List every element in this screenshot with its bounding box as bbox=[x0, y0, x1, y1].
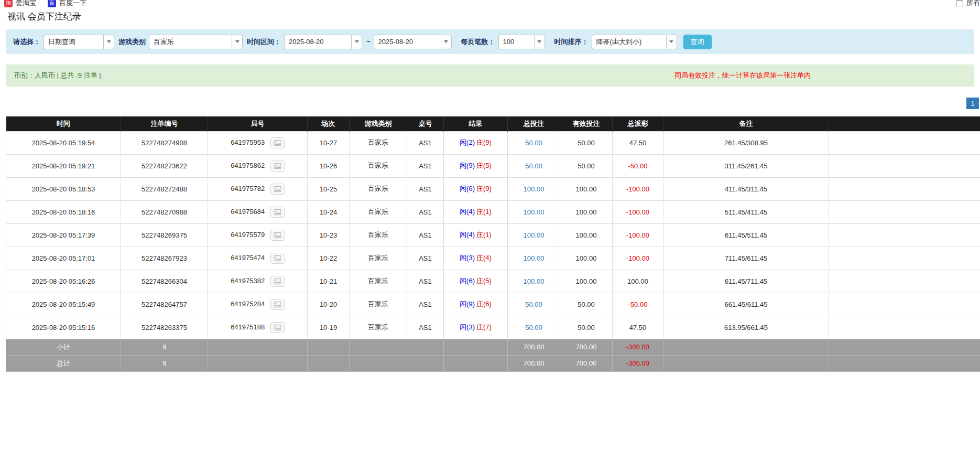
table-row: 2025-08-20 05:15:16 522748263375 6419751… bbox=[6, 316, 980, 339]
card-preview-icon[interactable] bbox=[270, 322, 285, 333]
bookmark-taobao[interactable]: 淘 爱淘宝 bbox=[4, 0, 36, 8]
result-player: 闲(4) bbox=[460, 208, 475, 216]
cell-round-number: 641975474 bbox=[208, 247, 308, 270]
cell-table-number: AS1 bbox=[407, 223, 444, 247]
cell-valid-bet: 100.00 bbox=[560, 223, 613, 247]
col-header-bet-number: 注单编号 bbox=[121, 116, 208, 131]
cell-round-number: 641975782 bbox=[208, 177, 308, 200]
cell-bet-number: 522748266304 bbox=[121, 270, 208, 293]
query-type-dropdown-button[interactable] bbox=[103, 35, 114, 49]
date-to-dropdown-button[interactable] bbox=[441, 35, 452, 49]
cell-total-bet: 50.00 bbox=[508, 154, 560, 177]
grand-total-empty bbox=[444, 355, 508, 371]
round-number-text: 641975474 bbox=[231, 253, 265, 261]
cell-result: 闲(3)庄(4) bbox=[444, 247, 508, 270]
sort-order-dropdown-button[interactable] bbox=[666, 35, 677, 49]
cell-valid-bet: 50.00 bbox=[560, 316, 613, 339]
cell-total-bet: 100.00 bbox=[508, 247, 560, 270]
cell-bet-number: 522748267923 bbox=[121, 247, 208, 270]
cell-valid-bet: 50.00 bbox=[560, 154, 613, 177]
subtotal-payout: -305.00 bbox=[613, 339, 663, 355]
result-banker: 庄(7) bbox=[476, 323, 492, 331]
result-player: 闲(3) bbox=[460, 323, 475, 331]
table-header-row: 时间 注单编号 局号 场次 游戏类别 桌号 结果 总投注 有效投注 总派彩 备注 bbox=[6, 116, 980, 131]
date-to-input[interactable] bbox=[374, 35, 441, 49]
sort-order-input[interactable] bbox=[592, 35, 666, 49]
total-bet-link[interactable]: 50.00 bbox=[525, 301, 542, 308]
cell-valid-bet: 100.00 bbox=[560, 270, 613, 293]
cell-total-bet: 50.00 bbox=[508, 293, 560, 316]
subtotal-valid-bet: 700.00 bbox=[560, 339, 613, 355]
cell-filler bbox=[829, 247, 980, 270]
cell-filler bbox=[829, 223, 980, 247]
subtotal-empty bbox=[444, 339, 508, 355]
table-row: 2025-08-20 05:18:16 522748270988 6419756… bbox=[6, 200, 980, 223]
baidu-icon: 百 bbox=[48, 0, 56, 7]
col-header-game-type: 游戏类别 bbox=[350, 116, 407, 131]
date-from-dropdown-button[interactable] bbox=[351, 35, 362, 49]
taobao-icon: 淘 bbox=[4, 0, 13, 7]
game-type-dropdown-button[interactable] bbox=[232, 35, 243, 49]
grand-total-row: 总计 9 700.00 700.00 -305.00 bbox=[6, 355, 980, 371]
cell-session: 10-19 bbox=[308, 316, 350, 339]
result-banker: 庄(9) bbox=[476, 138, 492, 146]
total-bet-link[interactable]: 100.00 bbox=[524, 231, 545, 239]
image-icon bbox=[274, 301, 281, 308]
total-bet-link[interactable]: 50.00 bbox=[525, 324, 542, 331]
bookmark-baidu[interactable]: 百 百度一下 bbox=[48, 0, 86, 8]
round-number-text: 641975382 bbox=[231, 276, 265, 284]
card-preview-icon[interactable] bbox=[270, 160, 285, 172]
page-size-input[interactable] bbox=[498, 35, 534, 49]
cell-game-type: 百家乐 bbox=[350, 200, 407, 223]
result-player: 闲(6) bbox=[460, 185, 475, 192]
result-banker: 庄(4) bbox=[476, 254, 492, 262]
card-preview-icon[interactable] bbox=[270, 230, 285, 241]
total-bet-link[interactable]: 100.00 bbox=[524, 185, 545, 193]
image-icon bbox=[274, 232, 281, 239]
cell-note: 311.45/261.45 bbox=[663, 154, 829, 177]
card-preview-icon[interactable] bbox=[270, 207, 285, 218]
query-type-input[interactable] bbox=[43, 35, 103, 49]
sort-order-label: 时间排序： bbox=[554, 37, 589, 47]
result-player: 闲(3) bbox=[460, 254, 475, 262]
card-preview-icon[interactable] bbox=[270, 276, 285, 287]
total-bet-link[interactable]: 100.00 bbox=[524, 277, 545, 285]
cell-table-number: AS1 bbox=[407, 131, 444, 154]
cell-total-bet: 50.00 bbox=[508, 131, 560, 154]
total-bet-link[interactable]: 50.00 bbox=[525, 162, 542, 170]
search-button[interactable]: 查询 bbox=[683, 35, 712, 49]
date-from-input[interactable] bbox=[284, 35, 351, 49]
page-1-button[interactable]: 1 bbox=[966, 98, 979, 109]
chevron-down-icon bbox=[444, 40, 448, 43]
cell-note: 613.95/661.45 bbox=[663, 316, 829, 339]
cell-result: 闲(9)庄(6) bbox=[444, 293, 508, 316]
cell-total-bet: 100.00 bbox=[508, 223, 560, 247]
cell-time: 2025-08-20 05:19:54 bbox=[6, 131, 121, 154]
cell-game-type: 百家乐 bbox=[350, 177, 407, 200]
card-preview-icon[interactable] bbox=[270, 299, 285, 310]
col-header-note: 备注 bbox=[663, 116, 829, 131]
total-bet-link[interactable]: 100.00 bbox=[524, 254, 545, 262]
date-to-combo bbox=[374, 35, 452, 49]
game-type-input[interactable] bbox=[149, 35, 232, 49]
cell-table-number: AS1 bbox=[407, 177, 444, 200]
total-bet-link[interactable]: 50.00 bbox=[525, 139, 542, 147]
page-size-dropdown-button[interactable] bbox=[534, 35, 545, 49]
grand-total-empty bbox=[350, 355, 407, 371]
card-preview-icon[interactable] bbox=[270, 184, 285, 195]
cell-game-type: 百家乐 bbox=[350, 270, 407, 293]
cell-round-number: 641975862 bbox=[208, 154, 308, 177]
subtotal-empty bbox=[350, 339, 407, 355]
bookmarks-folder-button[interactable]: 所有 bbox=[956, 0, 980, 8]
col-header-table-number: 桌号 bbox=[407, 116, 444, 131]
total-bet-link[interactable]: 100.00 bbox=[524, 208, 545, 216]
card-preview-icon[interactable] bbox=[270, 253, 285, 264]
page-size-combo bbox=[498, 35, 545, 49]
cell-session: 10-23 bbox=[308, 223, 350, 247]
round-number-text: 641975953 bbox=[231, 138, 265, 146]
card-preview-icon[interactable] bbox=[270, 137, 285, 148]
chevron-down-icon bbox=[355, 40, 359, 43]
result-player: 闲(4) bbox=[460, 231, 475, 239]
cell-time: 2025-08-20 05:19:21 bbox=[6, 154, 121, 177]
table-row: 2025-08-20 05:18:53 522748272488 6419757… bbox=[6, 177, 980, 200]
